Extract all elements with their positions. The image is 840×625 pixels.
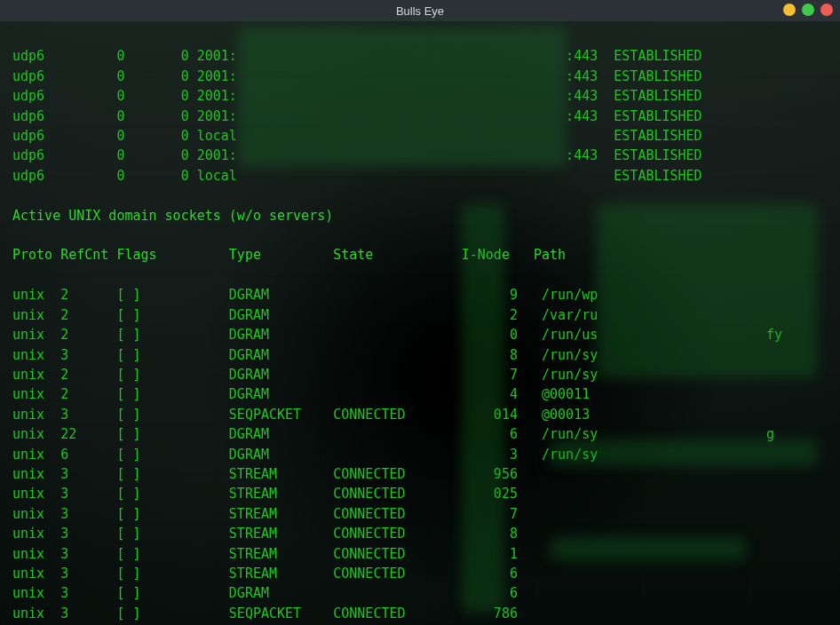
unix-socket-row: unix 2 [ ] DGRAM 9 /run/wp <box>12 285 831 305</box>
unix-socket-row: unix 3 [ ] STREAM CONNECTED 8 <box>12 524 831 543</box>
unix-socket-row: unix 2 [ ] DGRAM 2 /var/ru <box>12 305 831 325</box>
netstat-row: udp6 0 0 2001: :443 ESTABLISHED <box>12 86 831 106</box>
netstat-row: udp6 0 0 2001: :443 ESTABLISHED <box>12 107 831 126</box>
netstat-row: udp6 0 0 2001: :443 ESTABLISHED <box>12 46 831 66</box>
unix-socket-row: unix 3 [ ] STREAM CONNECTED 1 <box>12 544 831 564</box>
unix-socket-row: unix 22 [ ] DGRAM 6 /run/sy g <box>12 424 831 444</box>
unix-socket-row: unix 3 [ ] SEQPACKET CONNECTED 014 @0001… <box>12 405 831 424</box>
unix-socket-row: unix 3 [ ] SEQPACKET CONNECTED 786 <box>12 604 831 623</box>
section-header: Active UNIX domain sockets (w/o servers) <box>12 206 831 225</box>
netstat-row: udp6 0 0 2001: :443 ESTABLISHED <box>12 146 831 165</box>
unix-socket-row: unix 3 [ ] STREAM CONNECTED 7 <box>12 504 831 524</box>
unix-socket-row: unix 3 [ ] STREAM CONNECTED 6 <box>12 564 831 583</box>
unix-socket-row: unix 3 [ ] DGRAM 6 <box>12 583 831 603</box>
window-buttons <box>783 4 833 16</box>
unix-socket-row: unix 6 [ ] DGRAM 3 /run/sy <box>12 445 831 464</box>
unix-socket-row: unix 2 [ ] DGRAM 7 /run/sy <box>12 365 831 384</box>
close-icon[interactable] <box>820 4 833 16</box>
unix-socket-row: unix 3 [ ] STREAM CONNECTED 025 <box>12 484 831 503</box>
minimize-icon[interactable] <box>783 4 796 16</box>
unix-socket-row: unix 3 [ ] DGRAM 8 /run/sy <box>12 345 831 365</box>
unix-header-row: Proto RefCnt Flags Type State I-Node Pat… <box>12 245 831 265</box>
netstat-row: udp6 0 0 local ESTABLISHED <box>12 126 831 146</box>
netstat-row: udp6 0 0 local ESTABLISHED <box>12 166 831 186</box>
unix-socket-row: unix 3 [ ] STREAM CONNECTED 956 <box>12 464 831 484</box>
terminal-output[interactable]: udp6 0 0 2001: :443 ESTABLISHEDudp6 0 0 … <box>0 21 840 625</box>
netstat-row: udp6 0 0 2001: :443 ESTABLISHED <box>12 67 831 86</box>
window-title: Bulls Eye <box>396 4 444 18</box>
maximize-icon[interactable] <box>802 4 814 16</box>
unix-socket-row: unix 2 [ ] DGRAM 0 /run/us fy <box>12 325 831 344</box>
unix-socket-row: unix 2 [ ] DGRAM 4 @00011 <box>12 384 831 404</box>
window-titlebar[interactable]: Bulls Eye <box>0 0 840 21</box>
